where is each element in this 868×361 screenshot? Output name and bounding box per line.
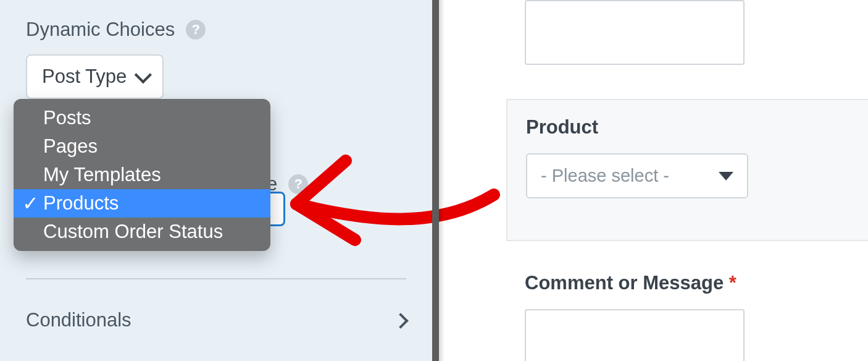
text-input[interactable] [525,0,745,65]
dropdown-item-label: Custom Order Status [43,221,223,243]
dropdown-item-label: Products [43,192,119,214]
dropdown-item-label: Pages [43,135,98,158]
section-divider [26,278,406,279]
product-field-label: Product [526,116,843,138]
dropdown-item-custom-order-status[interactable]: Custom Order Status [14,218,270,246]
product-select-placeholder: - Please select - [541,166,669,186]
dropdown-item-my-templates[interactable]: My Templates [14,161,270,189]
help-icon[interactable]: ? [288,174,308,194]
dropdown-item-products[interactable]: ✓ Products [14,189,270,218]
dropdown-item-pages[interactable]: Pages [14,132,270,161]
comment-field-label: Comment or Message * [525,272,737,294]
check-icon: ✓ [22,193,43,213]
chevron-right-icon [395,309,406,331]
help-icon[interactable]: ? [186,20,206,40]
required-asterisk: * [729,272,737,294]
settings-panel: Dynamic Choices ? Post Type e ? Posts Pa… [0,0,432,361]
post-type-select-label: Post Type [42,66,127,88]
dropdown-item-label: Posts [43,107,91,129]
comment-textarea[interactable] [525,309,745,361]
dropdown-item-posts[interactable]: Posts [14,104,270,132]
caret-down-icon [719,172,733,180]
comment-label-text: Comment or Message [525,272,724,294]
product-field-section: Product - Please select - [506,99,868,241]
dynamic-choices-label: Dynamic Choices [26,19,175,41]
dropdown-item-label: My Templates [43,164,161,186]
post-type-select-button[interactable]: Post Type [26,54,164,99]
product-select[interactable]: - Please select - [526,153,748,198]
chevron-down-icon [135,66,148,88]
post-type-dropdown-menu[interactable]: Posts Pages My Templates ✓ Products Cust… [14,99,270,251]
conditionals-row[interactable]: Conditionals [26,309,406,331]
conditionals-label: Conditionals [26,309,131,331]
dynamic-choices-label-row: Dynamic Choices ? [26,19,406,41]
selected-input-edge [268,192,285,226]
